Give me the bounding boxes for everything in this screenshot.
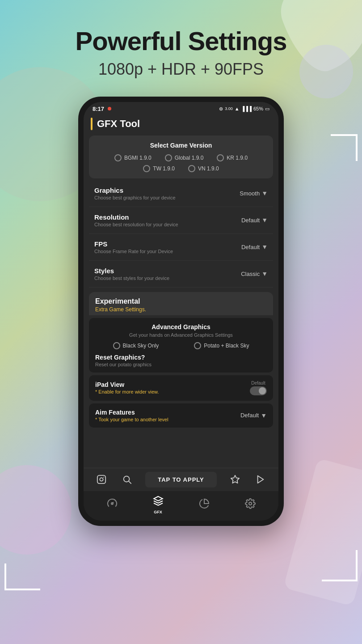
speedometer-icon	[107, 498, 118, 512]
bluetooth-icon: ⊛	[219, 106, 223, 112]
fps-setting-right[interactable]: Default ▼	[241, 243, 268, 250]
status-bar: 8:17 ⊛ 3.00 ▲ ▐▐▐ 65% ▭	[84, 102, 278, 114]
radio-circle-kr	[217, 154, 224, 161]
styles-value: Classic	[241, 271, 260, 277]
radio-row-1: BGMI 1.9.0 Global 1.9.0 KR 1.9.0	[96, 154, 266, 161]
ipad-view-card: iPad View * Enable for more wider view. …	[89, 375, 273, 401]
radio-label-kr: KR 1.9.0	[227, 155, 248, 161]
wifi-icon: ▲	[235, 106, 240, 111]
graphics-value: Smooth	[240, 190, 260, 197]
radio-tw[interactable]: TW 1.9.0	[143, 165, 175, 172]
resolution-setting-row: Resolution Choose best resolution for yo…	[89, 207, 273, 234]
status-time: 8:17	[93, 106, 104, 112]
reset-graphics-title: Reset Graphics?	[95, 354, 267, 361]
graphics-setting-left: Graphics Choose best graphics for your d…	[94, 186, 176, 200]
ipad-view-toggle-container[interactable]: Default	[250, 381, 267, 395]
fps-value: Default	[241, 244, 260, 250]
pie-chart-icon	[199, 498, 210, 512]
game-version-options: BGMI 1.9.0 Global 1.9.0 KR 1.9.0	[96, 154, 266, 172]
header-accent	[91, 118, 93, 130]
tap-to-apply-button[interactable]: TAP TO APPLY	[145, 472, 217, 487]
nav-bar: GFX	[84, 491, 278, 521]
advanced-graphics-options: Black Sky Only Potato + Black Sky	[95, 342, 267, 349]
fps-dropdown-arrow: ▼	[261, 243, 268, 250]
svg-marker-6	[257, 476, 263, 483]
advanced-graphics-title: Advanced Graphics	[95, 323, 267, 330]
page-content: Powerful Settings 1080p + HDR + 90FPS 8:…	[0, 0, 362, 526]
ipad-view-desc: * Enable for more wider view.	[95, 389, 159, 394]
experimental-header: Experimental Extra Game Settings.	[89, 292, 273, 315]
styles-dropdown-arrow: ▼	[261, 270, 268, 277]
nav-item-speedometer[interactable]	[107, 498, 118, 512]
experimental-title: Experimental	[95, 297, 267, 305]
ipad-toggle-label: Default	[251, 381, 265, 386]
aim-features-title: Aim Features	[95, 409, 168, 416]
subheadline: 1080p + HDR + 90FPS	[98, 60, 264, 79]
aim-features-dropdown-arrow: ▼	[261, 412, 267, 419]
battery-value: 65%	[253, 106, 263, 111]
headline: Powerful Settings	[76, 27, 287, 55]
styles-setting-left: Styles Choose best styles for your devic…	[94, 267, 169, 281]
svg-rect-0	[97, 475, 105, 483]
nav-label-gfx: GFX	[154, 510, 162, 514]
fps-setting-row: FPS Choose Frame Rate for your Device De…	[89, 234, 273, 261]
action-bar: TAP TO APPLY	[84, 468, 278, 491]
radio-label-vn: VN 1.9.0	[198, 165, 219, 172]
experimental-subtitle: Extra Game Settings.	[95, 306, 267, 313]
gfx-icon	[153, 496, 164, 509]
styles-setting-right[interactable]: Classic ▼	[241, 270, 268, 277]
ipad-view-left: iPad View * Enable for more wider view.	[95, 381, 159, 394]
radio-circle-global	[165, 154, 172, 161]
fps-setting-name: FPS	[94, 240, 173, 248]
instagram-icon[interactable]	[94, 472, 109, 487]
gear-icon	[245, 498, 256, 512]
radio-kr[interactable]: KR 1.9.0	[217, 154, 248, 161]
radio-label-global: Global 1.9.0	[175, 155, 204, 161]
radio-black-sky[interactable]: Black Sky Only	[113, 342, 159, 349]
graphics-setting-row: Graphics Choose best graphics for your d…	[89, 180, 273, 207]
experimental-section: Experimental Extra Game Settings. Advanc…	[89, 292, 273, 428]
aim-features-desc: * Took your game to another level	[95, 417, 168, 422]
fps-setting-left: FPS Choose Frame Rate for your Device	[94, 240, 173, 254]
radio-circle-potato	[194, 342, 201, 349]
aim-features-left: Aim Features * Took your game to another…	[95, 409, 168, 422]
status-icons: ⊛ 3.00 ▲ ▐▐▐ 65% ▭	[219, 106, 269, 112]
app-header: GFX Tool	[84, 114, 278, 136]
share-icon[interactable]	[253, 472, 268, 487]
scroll-content[interactable]: Select Game Version BGMI 1.9.0 Global 1.…	[84, 136, 278, 468]
radio-circle-bgmi	[114, 154, 122, 161]
star-icon[interactable]	[228, 472, 242, 487]
radio-circle-tw	[143, 165, 150, 172]
resolution-setting-right[interactable]: Default ▼	[241, 216, 268, 224]
game-version-card: Select Game Version BGMI 1.9.0 Global 1.…	[89, 136, 273, 178]
reset-graphics-desc: Reset our potato graphics	[95, 362, 267, 367]
radio-bgmi[interactable]: BGMI 1.9.0	[114, 154, 152, 161]
aim-features-value: Default	[240, 412, 259, 419]
status-dot	[108, 107, 111, 110]
advanced-graphics-desc: Get your hands on Advanced Graphics Sett…	[95, 332, 267, 338]
app-title: GFX Tool	[97, 118, 140, 130]
search-icon[interactable]	[120, 472, 134, 487]
radio-circle-vn	[188, 165, 195, 172]
graphics-setting-desc: Choose best graphics for your device	[94, 195, 176, 200]
toggle-knob	[259, 387, 266, 394]
svg-point-1	[100, 478, 103, 481]
nav-item-settings[interactable]	[245, 498, 256, 512]
radio-label-potato: Potato + Black Sky	[204, 343, 249, 349]
ipad-view-toggle[interactable]	[250, 386, 267, 395]
signal-icon: ▐▐▐	[241, 106, 252, 111]
svg-point-2	[104, 477, 105, 478]
nav-item-stats[interactable]	[199, 498, 210, 512]
resolution-dropdown-arrow: ▼	[261, 216, 268, 224]
nav-item-gfx[interactable]: GFX	[153, 496, 164, 514]
radio-global[interactable]: Global 1.9.0	[165, 154, 204, 161]
graphics-setting-right[interactable]: Smooth ▼	[240, 190, 268, 197]
radio-circle-black-sky	[113, 342, 120, 349]
resolution-setting-left: Resolution Choose best resolution for yo…	[94, 213, 178, 227]
radio-potato-black-sky[interactable]: Potato + Black Sky	[194, 342, 249, 349]
resolution-setting-name: Resolution	[94, 213, 178, 221]
aim-features-right[interactable]: Default ▼	[240, 412, 267, 419]
svg-line-4	[129, 481, 131, 483]
svg-marker-5	[231, 475, 239, 483]
radio-vn[interactable]: VN 1.9.0	[188, 165, 219, 172]
